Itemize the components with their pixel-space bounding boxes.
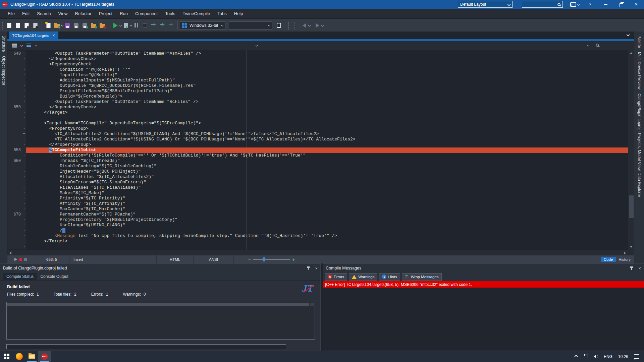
dock-tab[interactable]: Multi-Device Preview [637, 52, 642, 89]
code-line[interactable]: − <TC_AllocateFiles2 Condition="$(USING_… [7, 131, 628, 137]
code-line[interactable]: · [7, 244, 628, 249]
code-line[interactable]: · InputFiles="@(RcFile)" [7, 72, 628, 78]
clock[interactable]: 10:26 [618, 354, 628, 359]
start-button[interactable] [0, 351, 13, 362]
filter-toggle-button[interactable]: Wrap Messages [402, 273, 442, 281]
menu-item[interactable]: Edit [18, 9, 33, 18]
code-line[interactable]: · Make="$(TC_Make)" [7, 190, 628, 196]
scrollbar-thumb[interactable] [629, 195, 634, 218]
code-line[interactable]: · ProjectFileName="$(MSBuildProjectFullP… [7, 88, 628, 94]
device-button[interactable] [274, 21, 283, 30]
ide-search-input[interactable] [522, 1, 563, 8]
vertical-scrollbar[interactable] [628, 50, 634, 250]
editor-options-chevron-icon[interactable] [587, 44, 589, 47]
step-over-button[interactable] [158, 21, 167, 30]
format-button[interactable] [24, 41, 33, 50]
zoom-control[interactable]: − + [234, 255, 309, 263]
run-button[interactable] [111, 21, 120, 30]
horizontal-scrollbar[interactable] [7, 250, 634, 255]
code-line[interactable]: · <PropertyGroup> [7, 126, 628, 131]
code-line[interactable]: · </DependencyCheck> [7, 56, 628, 62]
code-line[interactable]: 670 PermanentCache="$(TC_PCache)" [7, 212, 628, 217]
menu-item[interactable]: View [55, 9, 71, 18]
build-configuration-dropdown[interactable] [229, 21, 272, 29]
dock-tab[interactable]: ClangdPlugin.cbproj - Projects, Model Vi… [637, 94, 642, 197]
target-platform-dropdown[interactable]: Windows 32-bit [180, 21, 225, 29]
new-item-button[interactable] [44, 21, 53, 30]
filter-toggle-button[interactable]: i Hints [379, 273, 400, 281]
layout-selector-dropdown[interactable]: Default Layout [458, 1, 513, 8]
code-line[interactable]: − FileAliases="$(TC_FileAliases)" [7, 185, 628, 190]
code-line[interactable]: · AllocateFiles="$(TC_AllocateFiles2)" [7, 174, 628, 180]
chevron-down-icon[interactable] [308, 24, 311, 26]
pin-icon[interactable] [630, 266, 634, 270]
zoom-out-icon[interactable]: − [248, 257, 251, 262]
code-line[interactable]: · <Message Text="No cpp files to compile… [7, 233, 628, 239]
filter-toggle-button[interactable]: ✕ Errors [325, 273, 347, 281]
menu-item[interactable]: File [4, 9, 18, 18]
menu-item[interactable]: Search [33, 9, 54, 18]
code-line[interactable]: · UseClang="$(USING_CLANG)" [7, 223, 628, 228]
code-line[interactable]: 658 <TCCompileFileList [7, 147, 628, 153]
open-file-button[interactable] [13, 21, 22, 30]
step-out-button[interactable] [167, 21, 175, 30]
save-project-button[interactable] [80, 21, 89, 30]
pin-icon[interactable] [306, 266, 310, 270]
messages-panel-header[interactable]: Compile Messages × [323, 264, 644, 273]
zoom-slider[interactable] [253, 259, 290, 260]
save-button[interactable] [63, 21, 72, 30]
hidden-icons-chevron-icon[interactable] [575, 355, 578, 358]
scroll-left-icon[interactable] [9, 251, 11, 255]
tab-close-icon[interactable]: × [53, 33, 55, 38]
scroll-down-icon[interactable] [630, 246, 633, 248]
close-button[interactable]: × [629, 0, 644, 9]
editor-search-icon[interactable] [596, 44, 599, 47]
message-list[interactable]: [C++ Error] TCTargets104.targets(658, 5)… [323, 281, 644, 351]
filter-toggle-button[interactable]: Warnings [349, 273, 377, 281]
toolbar-grip[interactable] [2, 21, 3, 29]
code-line[interactable]: · <TC_AllocateFiles2 Condition="!$(USING… [7, 137, 628, 142]
uses-dropdown-chevron-icon[interactable] [256, 44, 258, 47]
open-project-button[interactable] [22, 21, 31, 30]
code-line[interactable]: · ProjectDirectory="$(MSBuildProjectDire… [7, 217, 628, 223]
code-line[interactable]: · </Target> [7, 110, 628, 115]
save-all-button[interactable] [72, 21, 80, 30]
code-line[interactable]: 660 Threads="$(TC_Threads)" [7, 158, 628, 164]
code-line[interactable]: · </PropertyGroup> [7, 142, 628, 147]
dock-tab[interactable]: Structure [1, 36, 6, 52]
code-line[interactable]: · Condition="'@(RcFile)'!=''" [7, 67, 628, 72]
title-bar[interactable]: RAD ClangdPlugin - RAD Studio 10.4 - TCT… [0, 0, 644, 9]
restore-button[interactable] [613, 0, 629, 9]
network-icon[interactable] [583, 355, 588, 358]
syntax-mode[interactable]: HTML [157, 255, 194, 263]
scroll-up-icon[interactable] [630, 52, 633, 54]
stop-button[interactable] [141, 21, 149, 30]
build-panel-tab[interactable]: Compile Status [3, 273, 37, 280]
code-line[interactable]: · [7, 115, 628, 121]
chevron-down-icon[interactable] [321, 24, 324, 26]
code-line[interactable]: · Priority="$(TC_Priority)" [7, 196, 628, 201]
run-without-debugging-button[interactable] [121, 21, 130, 30]
language-indicator[interactable]: ENG [604, 354, 612, 359]
code-line[interactable]: · MaxCache="$(TC_MaxCache)" [7, 206, 628, 212]
zoom-in-icon[interactable]: + [292, 257, 295, 262]
code-line[interactable]: · Affinity="$(TC_Affinity)" [7, 201, 628, 206]
code-line[interactable]: − </Target> [7, 239, 628, 244]
navigate-forward-button[interactable] [313, 21, 322, 30]
scroll-right-icon[interactable] [624, 251, 626, 255]
taskbar-rad-studio[interactable]: RAD [38, 351, 51, 362]
navigate-back-button[interactable] [300, 21, 309, 30]
code-line[interactable]: · Build="$(ForceRebuild)"> [7, 94, 628, 99]
dock-tab[interactable]: Object Inspector [1, 56, 6, 85]
pause-button[interactable] [132, 21, 141, 30]
code-line[interactable]: · StopOnErrors="$(TC_StopOnErrors)" [7, 180, 628, 185]
view-tab-history[interactable]: History [619, 257, 631, 261]
menu-item[interactable]: Component [131, 9, 161, 18]
menu-item[interactable]: Help [230, 9, 247, 18]
chevron-down-icon[interactable] [20, 44, 23, 47]
volume-icon[interactable] [594, 355, 598, 359]
code-editor[interactable]: 640 <Output TaskParameter="OutOfDate" It… [7, 50, 634, 250]
menu-item[interactable]: Tabs [214, 9, 230, 18]
menu-item[interactable]: TwineCompile [179, 9, 214, 18]
new-file-button[interactable] [5, 21, 13, 30]
